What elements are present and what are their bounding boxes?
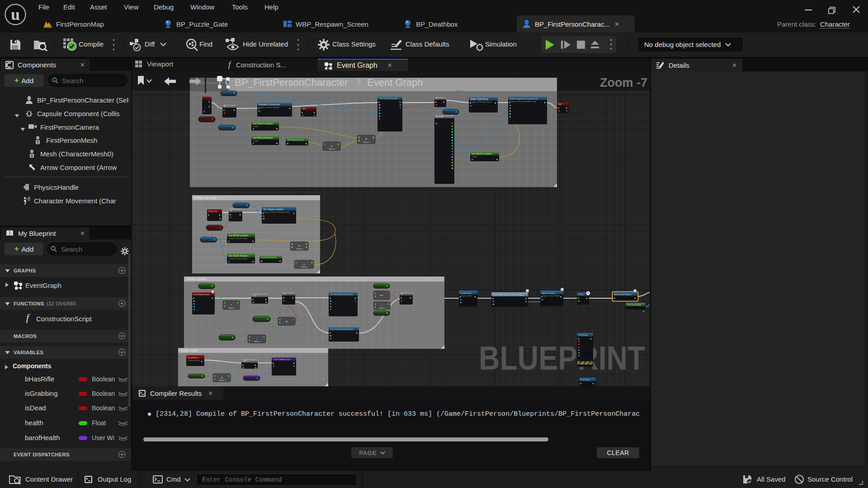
svg-text:Picked Up Loop: Picked Up Loop (194, 196, 217, 200)
svg-text:BLUEPRINT: BLUEPRINT (479, 339, 645, 377)
svg-text:health regen: health regen (180, 349, 198, 352)
svg-text:B: B (401, 293, 403, 295)
svg-text:Target is Primitive Comp: Target is Primitive Comp (471, 101, 491, 103)
svg-text:Break Hit: Break Hit (436, 116, 444, 118)
svg-text:Event Tick: Event Tick (209, 210, 218, 212)
svg-text:Development Only: Development Only (578, 362, 590, 364)
svg-text:Target is Actor: Target is Actor (461, 295, 473, 297)
svg-text:Get World Location: Get World Location (253, 122, 273, 125)
svg-text:Cast To Widget Class: Cast To Widget Class (274, 358, 291, 361)
svg-text:Add pin +: Add pin + (329, 148, 336, 150)
svg-text:Get World Location: Get World Location (472, 152, 492, 155)
svg-text:Release Component: Release Component (259, 103, 281, 106)
svg-text:Get World Rotation: Get World Rotation (229, 254, 249, 257)
svg-text:Wake Rigid Body: Wake Rigid Body (471, 98, 489, 100)
svg-text:−: − (231, 304, 232, 306)
svg-text:Health system: Health system (186, 277, 207, 281)
svg-text:Add pin +: Add pin + (229, 307, 236, 309)
svg-text:Get World Rotation: Get World Rotation (253, 136, 273, 139)
svg-text:Clear Timer by Function Name: Clear Timer by Function Name (330, 328, 354, 330)
svg-text:Add pin +: Add pin + (219, 380, 226, 381)
svg-text:Target: Target (253, 125, 259, 127)
svg-text:Disable Input: Disable Input (461, 292, 472, 294)
svg-text:HealthRegen: HealthRegen (188, 357, 199, 359)
svg-text:B: B (224, 105, 226, 108)
svg-text:Custom Event: Custom Event (188, 359, 200, 361)
svg-text:Print String: Print String (581, 379, 590, 381)
svg-text:Create WBP Respawn Screen Widg: Create WBP Respawn Screen Widget (493, 294, 524, 296)
svg-text:SET: SET (559, 103, 562, 105)
svg-text:Delay: Delay (579, 293, 584, 296)
svg-text:B: B (436, 97, 438, 99)
svg-text:SET: SET (243, 360, 247, 362)
svg-text:SET: SET (302, 108, 307, 110)
svg-text:Add pin +: Add pin + (379, 307, 386, 309)
svg-text:×: × (331, 145, 333, 147)
svg-text:Target is Scene Comp: Target is Scene Comp (229, 258, 248, 260)
svg-text:✦: ✦ (298, 244, 300, 247)
svg-text:SET: SET (253, 295, 257, 297)
svg-text:Add pin +: Add pin + (254, 341, 261, 343)
svg-text:Target is Physics Handle Comp: Target is Physics Handle Comp (264, 211, 290, 213)
svg-text:Get World Location: Get World Location (229, 234, 249, 237)
svg-text:Get Game Mode: Get Game Mode (627, 304, 642, 306)
svg-text:Grab Component at Location wit: Grab Component at Location with (510, 98, 538, 100)
svg-text:u: u (11, 5, 20, 23)
svg-text:Target is Physics Handle: Target is Physics Handle (259, 106, 280, 108)
svg-text:Add pin +: Add pin + (302, 266, 308, 268)
svg-text:Event AnyDamage: Event AnyDamage (194, 293, 210, 296)
svg-text:Zoom -7: Zoom -7 (600, 76, 647, 89)
svg-text:✦: ✦ (221, 376, 223, 379)
svg-text:Target is Scene Comp: Target is Scene Comp (229, 237, 248, 239)
svg-text:Target: Target (253, 140, 259, 142)
svg-text:Remove All Widgets: Remove All Widgets (615, 293, 632, 296)
svg-text:Target: Target (472, 155, 477, 158)
svg-text:Add pin +: Add pin + (297, 248, 303, 250)
svg-text:Target is User Widget: Target is User Widget (542, 295, 561, 297)
svg-text:×: × (303, 263, 305, 266)
svg-text:Line Trace By Channel: Line Trace By Channel (379, 97, 398, 99)
svg-text:Print String: Print String (579, 334, 588, 336)
svg-text:Add pin +: Add pin + (363, 141, 370, 143)
svg-text:Add to Viewport: Add to Viewport (542, 292, 556, 294)
svg-text:BP_FirstPersonCharacter: BP_FirstPersonCharacter (235, 77, 348, 88)
svg-text:B: B (284, 293, 285, 295)
svg-text:B: B (231, 210, 232, 212)
svg-text:✦: ✦ (365, 138, 367, 141)
svg-text:Event Graph: Event Graph (367, 77, 423, 88)
svg-text:Get Forward Vector: Get Forward Vector (288, 139, 304, 141)
svg-text:Get Forward Vector: Get Forward Vector (261, 256, 277, 258)
svg-text:Set Target Location: Set Target Location (264, 208, 284, 211)
svg-text:Target is Physics Handle Comp: Target is Physics Handle Comp (510, 100, 537, 103)
svg-text:Set Timer by Function Name: Set Timer by Function Name (330, 293, 354, 296)
svg-text:⩵: ⩵ (380, 294, 383, 296)
